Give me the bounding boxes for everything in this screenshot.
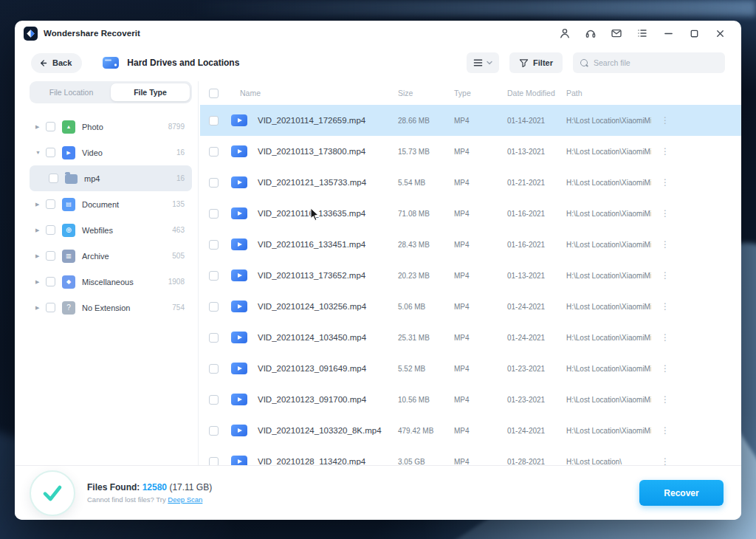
- hamburger-icon: [473, 58, 483, 67]
- menu-list-icon[interactable]: [631, 24, 653, 43]
- view-options-button[interactable]: [467, 52, 499, 73]
- file-name: VID_20210123_091649.mp4: [252, 364, 398, 373]
- recover-button[interactable]: Recover: [639, 480, 724, 506]
- user-account-icon[interactable]: [554, 24, 576, 43]
- row-menu-icon[interactable]: [651, 239, 679, 250]
- search-input[interactable]: [594, 58, 718, 67]
- table-row[interactable]: VID_20210124_103320_8K.mp4 479.42 MB MP4…: [200, 415, 741, 446]
- sidebar-item-photo[interactable]: ▶ ▲ Photo 8799: [30, 114, 192, 140]
- row-menu-icon[interactable]: [651, 363, 679, 374]
- sidebar-item-mp4[interactable]: mp4 16: [30, 165, 192, 191]
- tab-file-type[interactable]: File Type: [111, 83, 190, 101]
- row-checkbox[interactable]: [209, 302, 219, 312]
- row-menu-icon[interactable]: [651, 146, 679, 157]
- deep-scan-link[interactable]: Deep Scan: [168, 495, 202, 504]
- sidebar-item-label: No Extension: [82, 303, 172, 312]
- back-button[interactable]: Back: [31, 53, 82, 73]
- file-name: VID_20210113_173652.mp4: [252, 271, 398, 280]
- sidebar-item-checkbox[interactable]: [46, 148, 55, 157]
- sidebar-item-checkbox[interactable]: [46, 225, 55, 235]
- table-row[interactable]: VID_20210121_135733.mp4 5.54 MB MP4 01-2…: [200, 167, 741, 198]
- expand-arrow-icon[interactable]: ▶: [35, 253, 46, 259]
- table-row[interactable]: VID_20210128_113420.mp4 3.05 GB MP4 01-2…: [200, 446, 741, 465]
- file-path: H:\Lost Location\XiaomiMi11\: [566, 365, 651, 373]
- table-row[interactable]: VID_20210123_091700.mp4 10.56 MB MP4 01-…: [200, 384, 741, 415]
- row-checkbox[interactable]: [209, 271, 219, 281]
- file-date: 01-24-2021: [507, 427, 566, 435]
- sidebar-item-checkbox[interactable]: [46, 199, 55, 209]
- expand-arrow-icon[interactable]: ▶: [35, 202, 46, 207]
- sidebar-item-no-extension[interactable]: ▶ ? No Extension 754: [30, 295, 192, 320]
- toolbar: Back Hard Drives and Locations Filter: [15, 46, 741, 80]
- expand-arrow-icon[interactable]: ▶: [35, 279, 46, 285]
- table-row[interactable]: VID_20210114_172659.mp4 28.66 MB MP4 01-…: [200, 105, 741, 136]
- table-row[interactable]: VID_20210116_133451.mp4 28.43 MB MP4 01-…: [200, 229, 741, 260]
- support-headset-icon[interactable]: [580, 24, 602, 43]
- row-menu-icon[interactable]: [651, 177, 679, 188]
- sidebar-item-archive[interactable]: ▶ ▥ Archive 505: [30, 243, 192, 269]
- file-name: VID_20210123_091700.mp4: [252, 395, 398, 404]
- file-date: 01-13-2021: [507, 148, 566, 156]
- file-table-body: VID_20210114_172659.mp4 28.66 MB MP4 01-…: [200, 105, 741, 465]
- table-row[interactable]: VID_20210124_103450.mp4 25.31 MB MP4 01-…: [200, 322, 741, 353]
- row-menu-icon[interactable]: [651, 456, 679, 465]
- file-date: 01-16-2021: [507, 210, 566, 218]
- sidebar-item-label: Document: [82, 200, 172, 209]
- feedback-mail-icon[interactable]: [605, 24, 628, 43]
- row-menu-icon[interactable]: [651, 301, 679, 312]
- select-all-checkbox[interactable]: [209, 89, 219, 98]
- file-date: 01-21-2021: [507, 179, 566, 187]
- table-row[interactable]: VID_20210113_173800.mp4 15.73 MB MP4 01-…: [200, 136, 741, 167]
- footer-bar: Files Found: 12580 (17.11 GB) Cannot fin…: [15, 465, 741, 520]
- video-file-icon: [231, 238, 247, 250]
- sidebar-item-checkbox[interactable]: [46, 277, 55, 286]
- row-menu-icon[interactable]: [651, 394, 679, 405]
- row-checkbox[interactable]: [209, 395, 219, 405]
- file-date: 01-23-2021: [507, 396, 566, 404]
- row-checkbox[interactable]: [209, 147, 219, 157]
- video-file-icon: [231, 176, 247, 188]
- row-menu-icon[interactable]: [651, 208, 679, 219]
- sidebar-item-document[interactable]: ▶ ▤ Document 135: [30, 191, 192, 217]
- deep-scan-hint-text: Cannot find lost files? Try: [87, 495, 168, 504]
- row-menu-icon[interactable]: [651, 332, 679, 343]
- minimize-button[interactable]: [657, 24, 679, 43]
- sidebar-item-checkbox[interactable]: [46, 303, 55, 312]
- table-row[interactable]: VID_20210116_133635.mp4 71.08 MB MP4 01-…: [200, 198, 741, 229]
- filter-button[interactable]: Filter: [509, 52, 563, 73]
- expand-arrow-icon[interactable]: ▼: [35, 150, 46, 155]
- table-row[interactable]: VID_20210113_173652.mp4 20.23 MB MP4 01-…: [200, 260, 741, 291]
- sidebar-item-checkbox[interactable]: [46, 122, 55, 131]
- row-menu-icon[interactable]: [651, 115, 679, 126]
- close-button[interactable]: [709, 24, 731, 43]
- row-menu-icon[interactable]: [651, 425, 679, 436]
- maximize-button[interactable]: [683, 24, 705, 43]
- row-checkbox[interactable]: [209, 333, 219, 343]
- search-box: [573, 52, 725, 73]
- sidebar-item-checkbox[interactable]: [49, 174, 58, 183]
- hard-drive-icon: [101, 55, 120, 71]
- row-checkbox[interactable]: [209, 178, 219, 188]
- expand-arrow-icon[interactable]: ▶: [35, 124, 46, 130]
- row-checkbox[interactable]: [209, 457, 219, 466]
- sidebar-tabs: File Location File Type: [30, 81, 192, 103]
- table-row[interactable]: VID_20210124_103256.mp4 5.06 MB MP4 01-2…: [200, 291, 741, 322]
- file-path: H:\Lost Location\XiaomiMi11\: [566, 148, 651, 156]
- sidebar-item-video[interactable]: ▼ ▶ Video 16: [30, 140, 192, 165]
- row-checkbox[interactable]: [209, 426, 219, 436]
- row-checkbox[interactable]: [209, 240, 219, 250]
- expand-arrow-icon[interactable]: ▶: [35, 305, 46, 311]
- misc-icon: ◆: [62, 275, 75, 289]
- row-checkbox[interactable]: [209, 364, 219, 374]
- row-checkbox[interactable]: [209, 116, 219, 126]
- sidebar-item-miscellaneous[interactable]: ▶ ◆ Miscellaneous 1908: [30, 269, 192, 295]
- table-row[interactable]: VID_20210123_091649.mp4 5.52 MB MP4 01-2…: [200, 353, 741, 384]
- row-menu-icon[interactable]: [651, 270, 679, 281]
- sidebar-item-count: 16: [176, 174, 185, 182]
- column-header-name: Name: [231, 89, 398, 97]
- expand-arrow-icon[interactable]: ▶: [35, 227, 46, 233]
- sidebar-item-webfiles[interactable]: ▶ ⊕ Webfiles 463: [30, 217, 192, 243]
- row-checkbox[interactable]: [209, 209, 219, 219]
- tab-file-location[interactable]: File Location: [32, 83, 111, 101]
- sidebar-item-checkbox[interactable]: [46, 251, 55, 261]
